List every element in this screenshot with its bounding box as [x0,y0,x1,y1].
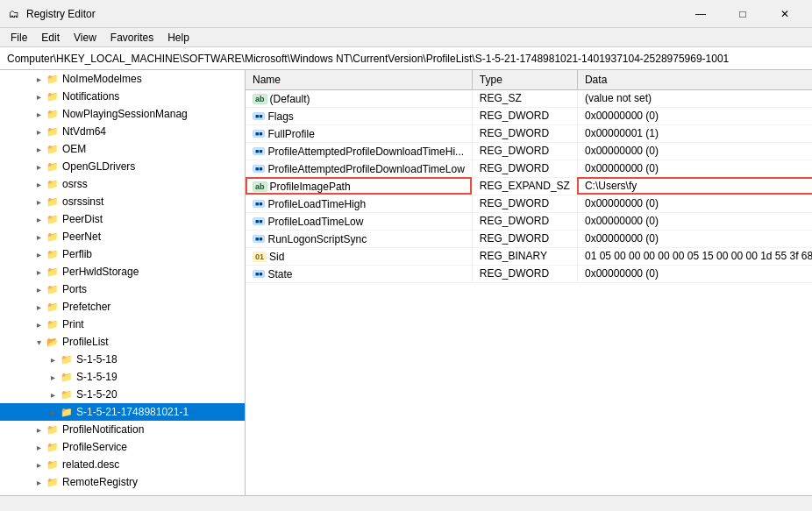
tree-toggle-s-1-5-18[interactable]: ▸ [46,352,60,366]
cell-type-default: REG_SZ [472,89,577,107]
tree-item-nowplayingsession[interactable]: ▸📁NowPlayingSessionManag [0,105,245,123]
menu-help[interactable]: Help [160,30,196,46]
icon-badge-fullprofile: ■■ [253,130,265,138]
tree-toggle-schedule[interactable]: ▸ [32,493,46,495]
tree-item-schedule[interactable]: ▸📁Schedule [0,491,245,495]
table-row-profileattempted-hi[interactable]: ■■ ProfileAttemptedProfileDownloadTimeHi… [246,142,812,160]
tree-item-opengldrivers[interactable]: ▸📁OpenGLDrivers [0,158,245,175]
cell-name-profileattempted-hi: ■■ ProfileAttemptedProfileDownloadTimeHi… [246,142,472,160]
table-row-flags[interactable]: ■■ FlagsREG_DWORD0x00000000 (0) [246,107,812,124]
table-row-default[interactable]: ab (Default)REG_SZ(value not set) [246,89,812,107]
tree-toggle-nowplayingsession[interactable]: ▸ [32,107,46,121]
reg-icon-profileattempted-hi: ■■ ProfileAttemptedProfileDownloadTimeHi… [253,145,464,158]
cell-name-flags: ■■ Flags [246,107,472,124]
tree-item-related-desc[interactable]: ▸📁related.desc [0,456,245,473]
tree-toggle-related-desc[interactable]: ▸ [32,458,46,472]
maximize-button[interactable]: □ [723,0,763,28]
tree-toggle-s-1-5-20[interactable]: ▸ [46,387,60,401]
tree-toggle-osrss[interactable]: ▸ [32,177,46,191]
tree-toggle-nolmemodelmes[interactable]: ▸ [32,72,46,86]
tree-item-prefetcher[interactable]: ▸📁Prefetcher [0,298,245,316]
reg-icon-profileloadtimehigh: ■■ ProfileLoadTimeHigh [253,198,366,210]
tree-toggle-peerdist[interactable]: ▸ [32,212,46,226]
tree-toggle-s-1-5-21[interactable]: ▸ [46,405,60,419]
table-row-profileimagepath[interactable]: ab ProfileImagePathREG_EXPAND_SZC:\Users… [246,177,812,195]
name-text-default: (Default) [270,93,310,105]
table-row-profileloadtimehigh[interactable]: ■■ ProfileLoadTimeHighREG_DWORD0x0000000… [246,195,812,212]
tree-toggle-osrssinst[interactable]: ▸ [32,195,46,209]
window-controls: — □ ✕ [680,0,805,28]
tree-item-nolmemodelmes[interactable]: ▸📁NoImeModelmes [0,70,245,88]
tree-toggle-remoteregistry[interactable]: ▸ [32,475,46,489]
tree-toggle-ntvdm64[interactable]: ▸ [32,124,46,138]
table-row-profileloadtimelow[interactable]: ■■ ProfileLoadTimeLowREG_DWORD0x00000000… [246,212,812,230]
name-text-state: State [267,268,292,280]
table-row-profileattempted-low[interactable]: ■■ ProfileAttemptedProfileDownloadTimeLo… [246,160,812,177]
values-panel[interactable]: Name Type Data ab (Default)REG_SZ(value … [246,70,812,495]
tree-toggle-opengldrivers[interactable]: ▸ [32,160,46,174]
menu-edit[interactable]: Edit [34,30,67,46]
cell-data-profileattempted-hi: 0x00000000 (0) [577,142,812,160]
tree-item-s-1-5-20[interactable]: ▸📁S-1-5-20 [0,386,245,403]
tree-item-perhwldstorage[interactable]: ▸📁PerHwldStorage [0,263,245,280]
tree-toggle-perflib[interactable]: ▸ [32,247,46,261]
tree-panel[interactable]: ▸📁NoImeModelmes▸📁Notifications▸📁NowPlayi… [0,70,246,495]
tree-label-ports: Ports [62,283,87,295]
tree-item-remoteregistry[interactable]: ▸📁RemoteRegistry [0,473,245,491]
table-row-runlogonscriptsync[interactable]: ■■ RunLogonScriptSyncREG_DWORD0x00000000… [246,230,812,247]
cell-name-profileloadtimelow: ■■ ProfileLoadTimeLow [246,212,472,230]
table-row-sid[interactable]: 01 SidREG_BINARY01 05 00 00 00 00 00 05 … [246,247,812,265]
tree-toggle-oem[interactable]: ▸ [32,142,46,156]
tree-label-related-desc: related.desc [62,458,119,471]
tree-item-ports[interactable]: ▸📁Ports [0,280,245,298]
tree-label-nowplayingsession: NowPlayingSessionManag [62,108,188,120]
tree-toggle-profilelist[interactable]: ▾ [32,335,46,349]
tree-item-s-1-5-18[interactable]: ▸📁S-1-5-18 [0,351,245,368]
tree-toggle-s-1-5-19[interactable]: ▸ [46,370,60,384]
tree-label-nolmemodelmes: NoImeModelmes [62,73,142,85]
tree-item-perflib[interactable]: ▸📁Perflib [0,245,245,263]
tree-toggle-peernet[interactable]: ▸ [32,230,46,244]
tree-toggle-ports[interactable]: ▸ [32,282,46,296]
cell-name-runlogonscriptsync: ■■ RunLogonScriptSync [246,230,472,247]
cell-data-runlogonscriptsync: 0x00000000 (0) [577,230,812,247]
tree-item-osrss[interactable]: ▸📁osrss [0,175,245,193]
reg-icon-profileattempted-low: ■■ ProfileAttemptedProfileDownloadTimeLo… [253,163,465,175]
tree-item-notifications[interactable]: ▸📁Notifications [0,88,245,105]
cell-type-profileloadtimelow: REG_DWORD [472,212,577,230]
tree-toggle-perhwldstorage[interactable]: ▸ [32,265,46,279]
tree-toggle-prefetcher[interactable]: ▸ [32,300,46,314]
folder-icon: 📁 [46,230,60,244]
close-button[interactable]: ✕ [765,0,805,28]
folder-icon: 📁 [46,212,60,226]
menu-view[interactable]: View [67,30,103,46]
menu-file[interactable]: File [4,30,34,46]
tree-item-oem[interactable]: ▸📁OEM [0,140,245,158]
menu-favorites[interactable]: Favorites [103,30,160,46]
tree-item-s-1-5-19[interactable]: ▸📁S-1-5-19 [0,368,245,386]
tree-label-perflib: Perflib [62,248,92,260]
table-row-state[interactable]: ■■ StateREG_DWORD0x00000000 (0) [246,265,812,282]
cell-data-profileimagepath: C:\Users\fy [577,177,812,195]
folder-icon: 📁 [46,440,60,454]
tree-toggle-profileservice[interactable]: ▸ [32,440,46,454]
icon-badge-flags: ■■ [253,112,265,120]
title-bar: 🗂 Registry Editor — □ ✕ [0,0,812,28]
minimize-button[interactable]: — [680,0,721,28]
tree-item-peerdist[interactable]: ▸📁PeerDist [0,210,245,228]
tree-toggle-print[interactable]: ▸ [32,317,46,331]
tree-item-print[interactable]: ▸📁Print [0,316,245,333]
tree-item-peernet[interactable]: ▸📁PeerNet [0,228,245,245]
tree-toggle-profilenotification[interactable]: ▸ [32,422,46,436]
table-row-fullprofile[interactable]: ■■ FullProfileREG_DWORD0x00000001 (1) [246,124,812,142]
tree-item-osrssinst[interactable]: ▸📁osrssinst [0,193,245,210]
tree-item-s-1-5-21[interactable]: ▸📁S-1-5-21-1748981021-1 [0,403,245,421]
icon-badge-state: ■■ [253,270,265,278]
tree-item-profilelist[interactable]: ▾📂ProfileList [0,333,245,351]
tree-item-profileservice[interactable]: ▸📁ProfileService [0,438,245,456]
column-header-data: Data [577,70,812,89]
tree-toggle-notifications[interactable]: ▸ [32,89,46,103]
tree-item-ntvdm64[interactable]: ▸📁NtVdm64 [0,123,245,140]
cell-name-fullprofile: ■■ FullProfile [246,124,472,142]
tree-item-profilenotification[interactable]: ▸📁ProfileNotification [0,421,245,438]
